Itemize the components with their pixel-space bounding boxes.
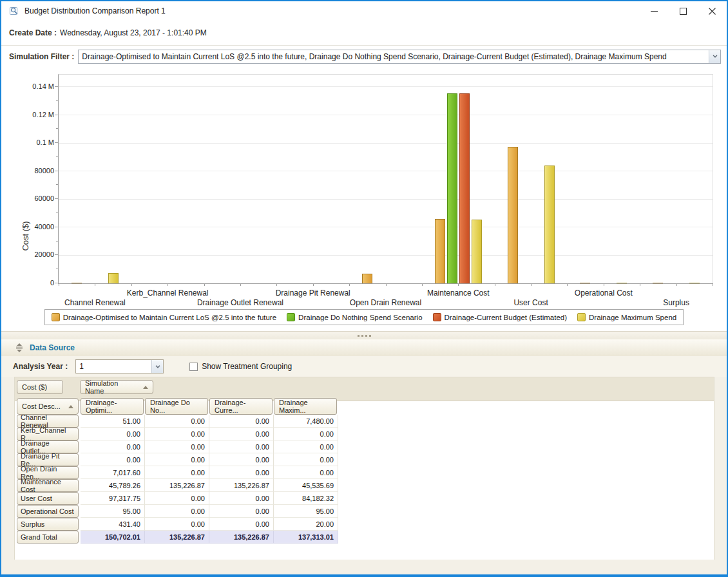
- table-row: Grand Total150,702.01135,226.87135,226.8…: [17, 531, 338, 544]
- data-source-panel: Data Source Analysis Year : 1 Show Treat…: [1, 339, 727, 574]
- bar-maintenance-cost-s4: [472, 220, 482, 283]
- pivot-row-header[interactable]: Kerb_Channel R...: [17, 428, 79, 440]
- pivot-row-header[interactable]: Drainage Outlet...: [17, 440, 79, 453]
- analysis-year-dropdown-button[interactable]: [151, 360, 163, 373]
- show-treatment-grouping-checkbox[interactable]: [189, 363, 198, 371]
- bar-maintenance-cost-s1: [435, 219, 445, 283]
- pivot-column-header[interactable]: Drainage Maxim...: [274, 398, 337, 415]
- table-row: User Cost97,317.750.000.0084,182.32: [17, 492, 338, 505]
- x-tick: [349, 283, 350, 286]
- x-tick: [204, 283, 205, 286]
- bar-surplus-s1: [653, 283, 663, 283]
- bar-open-drain-renewal-s1: [362, 274, 372, 283]
- pivot-column-header[interactable]: Drainage-Optimi...: [81, 398, 144, 415]
- y-tick-label: 20000: [4, 251, 54, 258]
- bar-operational-cost-s1: [580, 283, 590, 283]
- x-tick: [168, 283, 168, 286]
- x-category-label: Open Drain Renewal: [350, 298, 421, 307]
- y-tick-label: 0.1 M: [4, 138, 54, 146]
- x-tick: [59, 283, 59, 286]
- maximize-button[interactable]: [669, 1, 698, 21]
- x-tick: [495, 283, 495, 286]
- x-category-label: Operational Cost: [575, 288, 633, 298]
- pivot-cell: 45,789.26: [81, 479, 145, 492]
- legend-swatch-icon: [577, 313, 586, 321]
- legend-item: Drainage Do Nothing Spend Scenario: [287, 313, 422, 321]
- pivot-cell: 51.00: [81, 415, 145, 428]
- create-date-row: Create Date : Wednesday, August 23, 2017…: [1, 21, 727, 46]
- simulation-filter-combobox[interactable]: Drainage-Optimised to Maintain Current L…: [78, 50, 721, 64]
- y-tick: [55, 115, 58, 115]
- pivot-cell: 150,702.01: [81, 531, 145, 544]
- bar-channel-renewal-s1: [72, 283, 82, 283]
- window-icon: [9, 6, 19, 16]
- row-field-label: Cost Desc...: [22, 402, 61, 410]
- x-category-label: Maintenance Cost: [427, 288, 490, 298]
- pivot-row-header[interactable]: Open Drain Ren...: [17, 466, 79, 479]
- pivot-cell: 45,535.69: [274, 479, 338, 492]
- legend-label: Drainage Maximum Spend: [589, 314, 676, 321]
- bar-surplus-s4: [689, 283, 700, 283]
- y-tick: [55, 227, 58, 227]
- x-category-label: Drainage Pit Renewal: [276, 288, 350, 298]
- x-tick: [240, 283, 241, 286]
- pivot-row-header[interactable]: Drainage Pit Re...: [17, 453, 79, 466]
- pivot-row-header[interactable]: Channel Renewal: [17, 415, 79, 428]
- pivot-cell: 0.00: [209, 492, 274, 505]
- show-treatment-grouping-label: Show Treatment Grouping: [202, 362, 292, 371]
- combo-chevron-icon: [155, 365, 160, 368]
- pivot-row-header[interactable]: Operational Cost: [17, 505, 79, 518]
- table-row: Operational Cost95.000.000.0095.00: [17, 505, 338, 518]
- row-field-cost-desc[interactable]: Cost Desc...: [17, 398, 79, 415]
- y-tick: [56, 213, 58, 213]
- maximize-icon: [680, 8, 687, 15]
- pivot-column-header[interactable]: Drainage Do No...: [145, 398, 208, 415]
- pivot-cell: 0.00: [145, 415, 209, 428]
- bar-channel-renewal-s4: [108, 273, 119, 283]
- pivot-cell: 0.00: [209, 505, 274, 518]
- pivot-cell: 97,317.75: [81, 492, 145, 505]
- y-tick-label: 0.14 M: [4, 82, 54, 90]
- pivot-row-header[interactable]: Surplus: [17, 518, 79, 531]
- analysis-year-combobox[interactable]: 1: [75, 359, 164, 374]
- pivot-rows: Channel Renewal51.000.000.007,480.00Kerb…: [17, 415, 338, 544]
- y-tick: [56, 184, 58, 185]
- chart-legend: Drainage-Optimised to Maintain Current L…: [1, 309, 727, 325]
- y-tick-label: 80000: [4, 167, 54, 175]
- table-row: Open Drain Ren...7,017.600.000.000.00: [17, 466, 338, 479]
- pivot-cell: 0.00: [274, 466, 338, 479]
- minimize-icon: [651, 8, 658, 15]
- y-tick: [56, 128, 58, 129]
- splitter-collapse-icon[interactable]: [15, 343, 23, 352]
- x-tick: [640, 283, 640, 286]
- y-tick-label: 0: [4, 279, 54, 287]
- create-date-value: Wednesday, August 23, 2017 - 1:01:40 PM: [60, 28, 207, 37]
- pivot-cell: 0.00: [209, 518, 274, 531]
- pivot-row-header[interactable]: Maintenance Cost: [17, 479, 79, 492]
- pivot-column-header[interactable]: Drainage-Curre...: [209, 398, 273, 415]
- legend-label: Drainage-Optimised to Maintain Current L…: [63, 314, 276, 321]
- pivot-row-header[interactable]: User Cost: [17, 492, 79, 505]
- sort-ascending-icon: [143, 386, 148, 389]
- column-field-simulation-name[interactable]: Simulation Name: [80, 380, 153, 394]
- gridline: [59, 199, 713, 200]
- table-row: Channel Renewal51.000.000.007,480.00: [17, 415, 338, 428]
- pivot-cell: 0.00: [145, 466, 209, 479]
- window-title: Budget Distribution Comparison Report 1: [24, 6, 166, 15]
- data-field-cost[interactable]: Cost ($): [17, 380, 63, 394]
- bar-maintenance-cost-s2: [447, 93, 457, 283]
- pivot-cell: 0.00: [145, 453, 209, 466]
- legend-swatch-icon: [52, 313, 60, 321]
- pivot-cell: 0.00: [274, 453, 338, 466]
- y-tick: [56, 269, 58, 269]
- sort-ascending-icon: [68, 405, 73, 408]
- pivot-cell: 0.00: [145, 518, 209, 531]
- y-tick-label: 60000: [4, 194, 54, 202]
- pivot-cell: 0.00: [209, 415, 274, 428]
- x-tick: [313, 283, 314, 286]
- pivot-row-header[interactable]: Grand Total: [17, 531, 79, 544]
- pivot-cell: 0.00: [274, 428, 338, 440]
- simulation-filter-dropdown-button[interactable]: [709, 50, 720, 63]
- minimize-button[interactable]: [640, 1, 669, 21]
- close-button[interactable]: [698, 1, 727, 21]
